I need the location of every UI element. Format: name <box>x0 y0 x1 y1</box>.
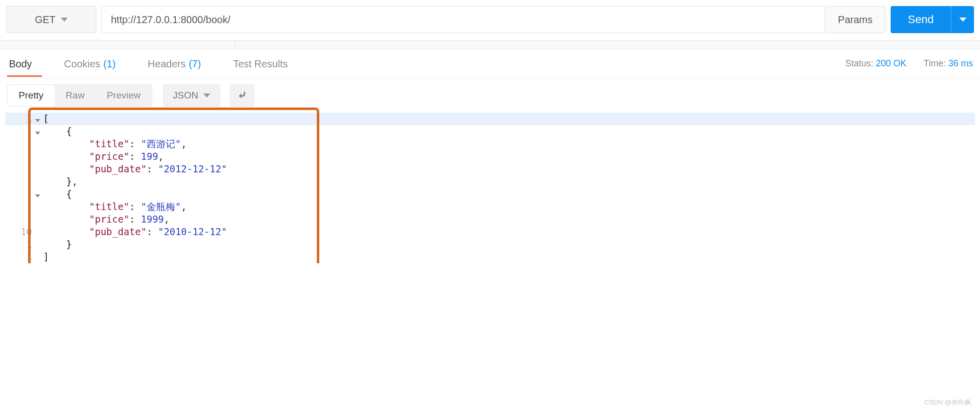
chevron-down-icon <box>203 93 210 97</box>
triangle-down-icon <box>35 194 40 197</box>
url-input[interactable] <box>101 6 825 33</box>
fold-toggle[interactable] <box>32 125 43 138</box>
send-options-button[interactable] <box>951 6 974 33</box>
line-number <box>5 138 32 150</box>
send-button-group: Send <box>891 6 974 33</box>
code-line[interactable]: 10 "pub_date": "2010-12-12" <box>5 226 975 238</box>
tab-body-label: Body <box>9 58 32 70</box>
view-raw[interactable]: Raw <box>55 85 96 106</box>
fold-toggle <box>32 163 43 175</box>
status-label: Status: <box>845 58 874 68</box>
code-content: "pub_date": "2012-12-12" <box>43 163 975 175</box>
status-value: 200 OK <box>876 58 907 68</box>
code-content: { <box>43 125 975 138</box>
fold-toggle[interactable] <box>32 188 43 200</box>
code-line[interactable]: }, <box>5 175 975 188</box>
viewer-bar: Pretty Raw Preview JSON ⤶ <box>0 78 980 111</box>
response-body-viewer: 1[ { "title": "西游记", "price": 199, "pub_… <box>5 113 975 263</box>
line-number: 1 <box>5 113 32 125</box>
tab-test-results[interactable]: Test Results <box>231 50 298 77</box>
separator-bar <box>0 40 980 49</box>
line-number <box>5 200 32 213</box>
code-content: "title": "西游记", <box>43 138 975 150</box>
triangle-down-icon <box>35 119 40 122</box>
code-line[interactable]: 1 } <box>5 238 975 251</box>
line-number: 1 <box>5 238 32 251</box>
response-tabs: Body Cookies (1) Headers (7) Test Result… <box>0 49 980 78</box>
send-label: Send <box>908 13 933 26</box>
line-number <box>5 175 32 188</box>
view-preview[interactable]: Preview <box>96 85 152 106</box>
fold-toggle <box>32 213 43 226</box>
tab-headers-label: Headers <box>148 58 186 70</box>
chevron-down-icon <box>61 18 68 22</box>
time-label: Time: <box>924 58 946 68</box>
request-bar: GET Params Send <box>0 0 980 40</box>
code-content: "title": "金瓶梅", <box>43 200 975 213</box>
fold-toggle <box>32 138 43 150</box>
time-value: 36 ms <box>948 58 973 68</box>
line-number <box>5 150 32 163</box>
wrap-lines-button[interactable]: ⤶ <box>230 84 254 107</box>
code-line[interactable]: 1] <box>5 251 975 263</box>
code-line[interactable]: "price": 1999, <box>5 213 975 226</box>
code-content: { <box>43 188 975 200</box>
code-content: "price": 199, <box>43 150 975 163</box>
time-block: Time: 36 ms <box>924 58 973 69</box>
tab-headers-count: (7) <box>189 58 201 70</box>
code-line[interactable]: { <box>5 188 975 200</box>
view-pretty-label: Pretty <box>19 90 44 100</box>
code-line[interactable]: "price": 199, <box>5 150 975 163</box>
send-button[interactable]: Send <box>891 6 951 33</box>
tab-tests-label: Test Results <box>233 58 288 70</box>
fold-toggle[interactable] <box>32 113 43 125</box>
line-number <box>5 213 32 226</box>
view-pretty[interactable]: Pretty <box>8 85 55 106</box>
fold-toggle <box>32 226 43 238</box>
line-number: 1 <box>5 251 32 263</box>
tab-cookies-label: Cookies <box>64 58 100 70</box>
view-preview-label: Preview <box>107 90 141 100</box>
code-content: "pub_date": "2010-12-12" <box>43 226 975 238</box>
code-table: 1[ { "title": "西游记", "price": 199, "pub_… <box>5 113 975 263</box>
code-content: [ <box>43 113 975 125</box>
params-label: Params <box>838 14 873 26</box>
fold-toggle <box>32 175 43 188</box>
status-block: Status: 200 OK <box>845 58 907 69</box>
fold-toggle <box>32 238 43 251</box>
line-number: 10 <box>5 226 32 238</box>
view-mode-group: Pretty Raw Preview <box>7 84 152 107</box>
tab-cookies[interactable]: Cookies (1) <box>62 50 126 77</box>
format-label: JSON <box>173 90 198 101</box>
view-raw-label: Raw <box>66 90 85 100</box>
http-method-label: GET <box>35 14 55 26</box>
code-line[interactable]: { <box>5 125 975 138</box>
line-number <box>5 163 32 175</box>
tab-cookies-count: (1) <box>103 58 115 70</box>
code-content: } <box>43 238 975 251</box>
fold-toggle <box>32 251 43 263</box>
tab-headers[interactable]: Headers (7) <box>146 50 211 77</box>
params-button[interactable]: Params <box>825 6 886 33</box>
tab-body[interactable]: Body <box>7 50 42 77</box>
format-select[interactable]: JSON <box>163 84 220 107</box>
fold-toggle <box>32 150 43 163</box>
chevron-down-icon <box>959 18 966 22</box>
code-content: "price": 1999, <box>43 213 975 226</box>
fold-toggle <box>32 200 43 213</box>
code-line[interactable]: 1[ <box>5 113 975 125</box>
code-line[interactable]: "pub_date": "2012-12-12" <box>5 163 975 175</box>
triangle-down-icon <box>35 132 40 135</box>
code-line[interactable]: "title": "西游记", <box>5 138 975 150</box>
code-line[interactable]: "title": "金瓶梅", <box>5 200 975 213</box>
code-content: ] <box>43 251 975 263</box>
line-number <box>5 125 32 138</box>
code-content: }, <box>43 175 975 188</box>
response-status-area: Status: 200 OK Time: 36 ms <box>845 58 973 69</box>
http-method-select[interactable]: GET <box>6 6 96 33</box>
line-number <box>5 188 32 200</box>
wrap-icon: ⤶ <box>237 89 247 102</box>
